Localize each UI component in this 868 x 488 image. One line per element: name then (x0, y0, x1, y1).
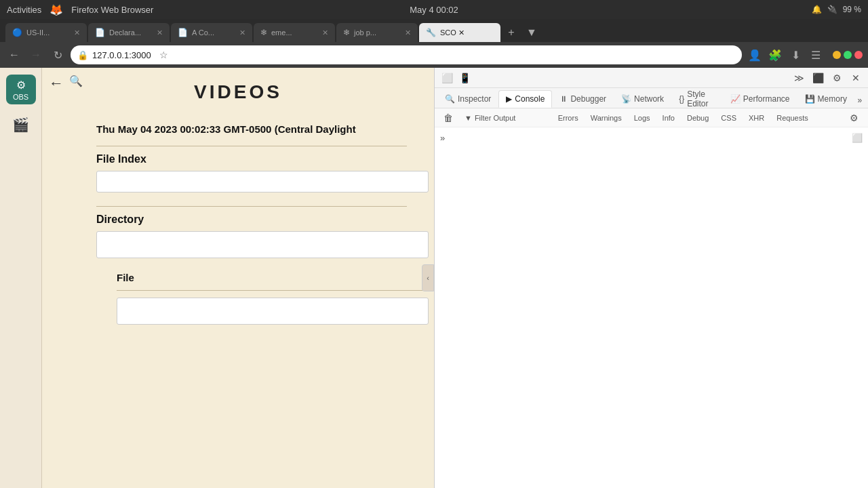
filter-output-btn[interactable]: ▼ Filter Output (460, 114, 519, 122)
close-btn[interactable] (854, 51, 863, 59)
devtools-close-btn[interactable]: ✕ (848, 70, 864, 86)
devtools-top-toolbar: ⬜ 📱 ≫ ⬛ ⚙ ✕ (435, 68, 868, 88)
back-arrow-btn[interactable]: ← (49, 75, 64, 92)
performance-label: Performance (743, 94, 790, 104)
browser-chrome: 🔵 US-II... ✕ 📄 Declara... ✕ 📄 A Co... ✕ … (0, 19, 868, 68)
battery-icon: 🔌 (827, 5, 837, 14)
tab-console[interactable]: ▶ Console (498, 90, 552, 108)
devtools-panel: ⬜ 📱 ≫ ⬛ ⚙ ✕ 🔍 Inspector ▶ Console ⏸ Debu… (434, 68, 868, 488)
xhr-btn[interactable]: XHR (743, 110, 770, 125)
url-text: 127.0.0.1:3000 (92, 50, 151, 60)
file-index-section: File Index (96, 153, 407, 192)
tab-declara[interactable]: 📄 Declara... ✕ (88, 23, 170, 42)
performance-icon: 📈 (730, 94, 741, 104)
firefox-favicon: 🦊 (50, 3, 63, 16)
tab-job[interactable]: ❄ job p... ✕ (336, 23, 418, 42)
reload-btn[interactable]: ↻ (49, 46, 66, 64)
requests-btn[interactable]: Requests (771, 110, 813, 125)
notification-icon: 🔔 (812, 5, 822, 14)
filter-icon: ▼ (465, 114, 472, 122)
tab-label: A Co... (192, 28, 214, 37)
sidebar-item-camera[interactable]: 🎬 (6, 110, 36, 140)
menu-btn[interactable]: ☰ (807, 46, 825, 64)
os-bar-right: 🔔 🔌 99 % (812, 5, 861, 14)
security-icon: 🔒 (77, 50, 88, 60)
tab-label: job p... (354, 28, 376, 37)
tabs-more-btn[interactable]: » (854, 93, 865, 108)
file-label: File (117, 272, 407, 283)
file-index-label: File Index (96, 153, 407, 165)
tab-label: Declara... (109, 28, 141, 37)
back-btn[interactable]: ← (5, 46, 23, 64)
file-section: File (96, 272, 407, 325)
console-trash-btn[interactable]: 🗑 (440, 110, 456, 126)
console-settings-btn[interactable]: ⚙ (846, 110, 863, 126)
file-index-input[interactable] (96, 171, 429, 192)
browser-content: ⚙ OBS 🎬 ‹ ← 🔍 VIDEOS Thu May 04 2023 00:… (0, 68, 868, 488)
tab-us[interactable]: 🔵 US-II... ✕ (5, 23, 87, 42)
main-page: ‹ ← 🔍 VIDEOS Thu May 04 2023 00:02:33 GM… (42, 68, 434, 488)
tab-network[interactable]: 📡 Network (614, 90, 671, 108)
tab-favicon: 📄 (178, 28, 188, 37)
tab-eme[interactable]: ❄ eme... ✕ (254, 23, 335, 42)
extensions-icon-btn[interactable]: 🧩 (766, 46, 784, 64)
tab-close-btn[interactable]: ✕ (405, 28, 411, 37)
address-bar-icons: ☆ (159, 49, 168, 60)
page-content: Thu May 04 2023 00:02:33 GMT-0500 (Centr… (42, 110, 434, 338)
bookmark-icon[interactable]: ☆ (159, 49, 168, 60)
devtools-settings-btn[interactable]: ⚙ (829, 70, 845, 86)
devtools-pick-element-btn[interactable]: ⬜ (439, 70, 455, 86)
browser-label: Firefox Web Browser (71, 5, 153, 15)
devtools-more-btn[interactable]: ≫ (791, 70, 807, 86)
filter-output-label: Filter Output (475, 114, 516, 122)
warnings-btn[interactable]: Warnings (585, 110, 627, 125)
tab-bar: 🔵 US-II... ✕ 📄 Declara... ✕ 📄 A Co... ✕ … (0, 19, 868, 42)
os-bar: Activities 🦊 Firefox Web Browser May 4 0… (0, 0, 868, 19)
tab-a-co[interactable]: 📄 A Co... ✕ (171, 23, 252, 42)
forward-btn[interactable]: → (27, 46, 45, 64)
debug-btn[interactable]: Debug (682, 110, 714, 125)
devtools-tabs: 🔍 Inspector ▶ Console ⏸ Debugger 📡 Netwo… (435, 88, 868, 108)
tab-dropdown-btn[interactable]: ▼ (522, 23, 541, 42)
css-btn[interactable]: CSS (715, 110, 742, 125)
user-icon-btn[interactable]: 👤 (746, 46, 764, 64)
minimize-btn[interactable] (833, 51, 841, 59)
window-controls (833, 51, 863, 59)
devtools-responsive-btn[interactable]: 📱 (456, 70, 473, 86)
address-bar[interactable]: 🔒 127.0.0.1:3000 ☆ (71, 45, 742, 64)
inspector-label: Inspector (458, 94, 491, 104)
logs-btn[interactable]: Logs (629, 110, 656, 125)
tab-inspector[interactable]: 🔍 Inspector (437, 90, 498, 108)
style-editor-icon: {} (679, 94, 684, 104)
tab-debugger[interactable]: ⏸ Debugger (552, 90, 614, 108)
download-icon-btn[interactable]: ⬇ (787, 46, 804, 64)
tab-close-btn[interactable]: ✕ (322, 28, 328, 37)
tab-memory[interactable]: 💾 Memory (797, 90, 854, 108)
console-resize-btn[interactable]: ⬜ (852, 133, 863, 143)
expand-console-btn[interactable]: » (440, 133, 445, 143)
tab-close-btn[interactable]: ✕ (74, 28, 80, 37)
network-label: Network (634, 94, 664, 104)
directory-input[interactable] (96, 231, 429, 258)
search-btn[interactable]: 🔍 (69, 75, 83, 87)
new-tab-btn[interactable]: + (502, 23, 521, 42)
devtools-split-btn[interactable]: ⬛ (810, 70, 826, 86)
info-btn[interactable]: Info (657, 110, 680, 125)
page-timestamp: Thu May 04 2023 00:02:33 GMT-0500 (Centr… (96, 123, 407, 135)
memory-label: Memory (818, 94, 847, 104)
tab-close-btn[interactable]: ✕ (157, 28, 163, 37)
console-icon: ▶ (506, 94, 512, 104)
sidebar-item-obs[interactable]: ⚙ OBS (6, 75, 36, 104)
tab-sco-active[interactable]: 🔧 SCO ✕ (419, 23, 500, 42)
tab-close-btn[interactable]: ✕ (239, 28, 245, 37)
errors-btn[interactable]: Errors (553, 110, 584, 125)
maximize-btn[interactable] (844, 51, 852, 59)
divider-3 (117, 290, 429, 291)
tab-performance[interactable]: 📈 Performance (723, 90, 797, 108)
page-title: VIDEOS (42, 68, 434, 110)
console-label: Console (515, 94, 545, 104)
tab-style-editor[interactable]: {} Style Editor (671, 90, 723, 108)
collapse-sidebar-btn[interactable]: ‹ (422, 264, 434, 291)
activities-label[interactable]: Activities (7, 5, 41, 15)
file-input[interactable] (117, 298, 429, 325)
